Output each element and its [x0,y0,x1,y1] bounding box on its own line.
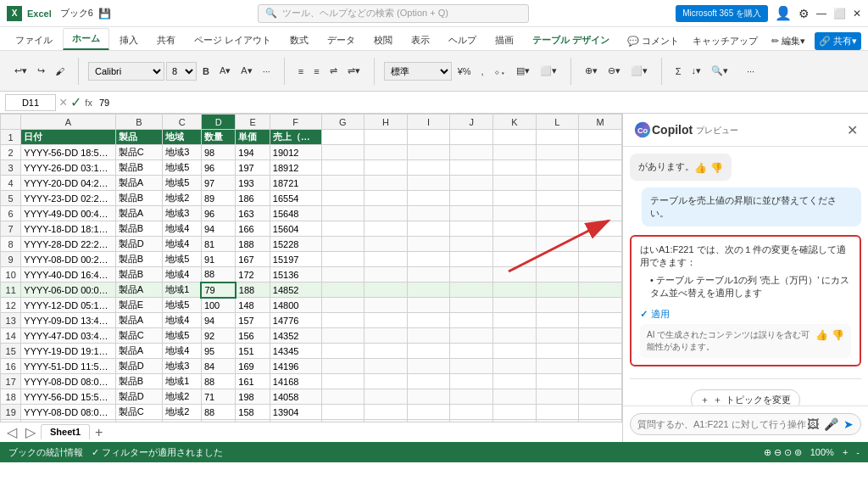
cell[interactable]: 194 [236,145,270,160]
cell[interactable]: 16554 [270,191,321,206]
table-row[interactable]: 15YYYY-19-DD 19:18:55製品A地域49515114345 [1,344,622,359]
thumbs-up-1[interactable]: 👍 [694,162,707,174]
wrap-text[interactable]: ⇌ [326,63,342,79]
cell[interactable]: 96 [201,206,235,221]
cell[interactable]: YYYY-28-DD 22:28:55 [21,237,115,252]
merge-center[interactable]: ⇌▾ [343,63,364,79]
cell[interactable]: 地域1 [163,282,202,298]
insert-cells[interactable]: ⊕▾ [581,63,602,79]
undo-button[interactable]: ↩▾ [10,63,31,79]
cell[interactable]: 193 [236,176,270,191]
cell[interactable]: YYYY-49-DD 00:49:55 [21,206,115,221]
table-row[interactable]: 8YYYY-28-DD 22:28:55製品D地域48118815228 [1,237,622,252]
tab-view[interactable]: 表示 [403,31,438,50]
thumbs-up-2[interactable]: 👍 [815,329,828,341]
cell-reference[interactable] [5,94,56,111]
sheet-scroll-right[interactable]: ▷ [22,424,39,440]
tab-share[interactable]: 共有 [148,31,184,50]
close-icon[interactable]: ✕ [853,8,861,20]
col-header-l[interactable]: L [536,115,579,130]
col-header-g[interactable]: G [321,115,364,130]
cell[interactable]: 163 [236,206,270,221]
cell[interactable]: YYYY-20-DD 04:20:55 [21,176,115,191]
tab-table-design[interactable]: テーブル デザイン [524,31,618,50]
cell[interactable]: 94 [201,221,235,237]
tab-insert[interactable]: 挿入 [111,31,147,50]
cell[interactable]: 19012 [270,145,321,160]
sheet-add-button[interactable]: ◁ [3,424,20,440]
cell[interactable]: 地域4 [163,344,202,359]
tab-home[interactable]: ホーム [63,28,109,50]
mic-icon-btn[interactable]: 🎤 [824,417,838,431]
cell[interactable]: 88 [201,405,235,420]
format-cells[interactable]: ⬜▾ [626,63,652,79]
thumbs-down-1[interactable]: 👎 [710,162,723,174]
tab-draw[interactable]: 描画 [487,31,522,50]
cell[interactable]: 14776 [270,313,321,328]
zoom-out-icon[interactable]: - [856,447,860,457]
cell[interactable]: 製品C [115,405,163,420]
search-bar[interactable]: 🔍 ツール、ヘルプなどの検索 (Option + Q) [258,4,529,23]
thumbs-down-2[interactable]: 👎 [832,329,844,341]
cell[interactable]: 製品D [115,237,163,252]
topic-change-button[interactable]: ＋ ＋ トピックを変更 [691,389,799,405]
find-btn[interactable]: 🔍▾ [707,63,732,79]
cell[interactable]: 地域4 [163,237,202,252]
cell[interactable]: 167 [236,252,270,267]
cell[interactable]: YYYY-08-DD 00:28:55 [21,252,115,267]
cell[interactable]: 14196 [270,359,321,374]
cell[interactable]: 地域3 [163,145,202,160]
cell[interactable]: 18721 [270,176,321,191]
cell[interactable]: YYYY-56-DD 15:56:55 [21,389,115,405]
table-row[interactable]: 11YYYY-06-DD 00:06:55製品A地域17918814852 [1,282,622,298]
more-format[interactable]: ⬦▾ [490,64,510,79]
tab-file[interactable]: ファイル [7,31,61,50]
cell[interactable]: 製品A [115,282,163,298]
cell[interactable]: 166 [236,221,270,237]
cell[interactable]: 161 [236,374,270,389]
cell[interactable]: 172 [236,267,270,282]
table-row[interactable]: 5YYYY-23-DD 02:23:55製品B地域28918616554 [1,191,622,206]
table-row[interactable]: 10YYYY-40-DD 16:40:55製品B地域48817215136 [1,267,622,282]
table-row[interactable]: 13YYYY-09-DD 13:40:55製品A地域49415714776 [1,313,622,328]
cell[interactable]: 186 [236,191,270,206]
tab-data[interactable]: データ [319,31,364,50]
cell[interactable]: 地域3 [163,206,202,221]
col-header-k[interactable]: K [493,115,537,130]
cell[interactable]: 製品B [115,160,163,176]
cell[interactable]: YYYY-40-DD 16:40:55 [21,267,115,282]
cell[interactable]: 製品E [115,298,163,313]
cell[interactable]: 製品A [115,206,163,221]
more-ribbon[interactable]: ··· [743,64,759,79]
cell[interactable]: 148 [236,298,270,313]
table-row[interactable]: 18YYYY-56-DD 15:56:55製品D地域27119814058 [1,389,622,405]
cell[interactable]: 製品B [115,252,163,267]
image-icon-btn[interactable]: 🖼 [807,417,819,431]
comment-button[interactable]: 💬 コメント [623,32,683,50]
cell[interactable]: 151 [236,344,270,359]
maximize-icon[interactable]: ⬜ [833,8,846,20]
cell[interactable]: YYYY-12-DD 05:12:55 [21,298,115,313]
cell[interactable]: 製品B [115,191,163,206]
cell[interactable]: 製品D [115,389,163,405]
sheet-tab-1[interactable]: Sheet1 [41,424,90,440]
cell[interactable]: 地域5 [163,176,202,191]
table-row[interactable]: 9YYYY-08-DD 00:28:55製品B地域59116715197 [1,252,622,267]
cell[interactable]: 地域2 [163,405,202,420]
minimize-icon[interactable]: — [816,8,826,20]
col-header-c[interactable]: C [163,115,202,130]
cell[interactable]: 製品A [115,313,163,328]
fill-color[interactable]: A▾ [215,63,235,79]
cell[interactable]: YYYY-06-DD 00:06:55 [21,282,115,298]
cell[interactable]: 製品C [115,145,163,160]
table-row[interactable]: 2YYYY-56-DD 18:56:55製品C地域39819419012 [1,145,622,160]
cell[interactable]: 14352 [270,328,321,344]
cond-format[interactable]: ▤▾ [512,63,534,79]
cell[interactable]: 197 [236,160,270,176]
cell[interactable]: YYYY-08-DD 08:08:55 [21,374,115,389]
cell[interactable]: 15604 [270,221,321,237]
cell[interactable]: 98 [201,145,235,160]
tab-review[interactable]: 校閲 [365,31,401,50]
table-row[interactable]: 1日付製品地域数量単価売上（万円） [1,130,622,145]
comma-btn[interactable]: , [477,64,488,79]
